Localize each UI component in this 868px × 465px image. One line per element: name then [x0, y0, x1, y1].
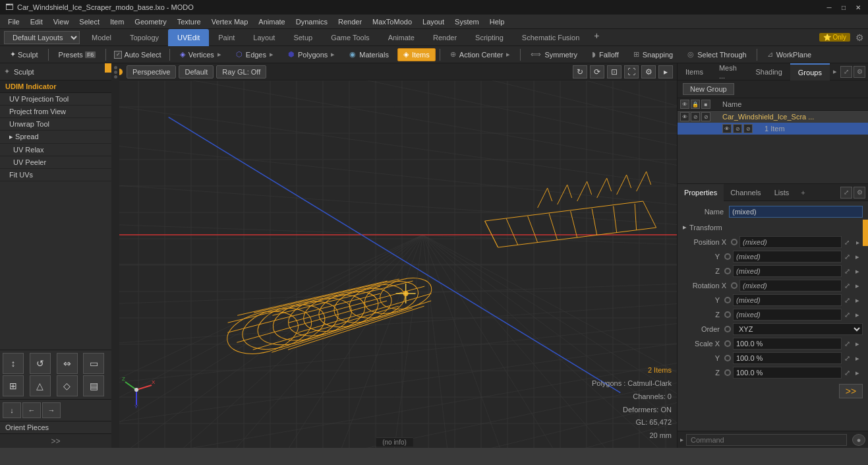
add-tab-button[interactable]: +: [589, 29, 604, 46]
tab-uvedit[interactable]: UVEdit: [168, 29, 209, 46]
maximize-vp-btn[interactable]: ⛶: [624, 65, 639, 78]
rotation-x-expand[interactable]: ▸: [852, 280, 863, 291]
tool-icon-1[interactable]: ↕: [3, 353, 24, 374]
symmetry-button[interactable]: ⟺ Symmetry: [525, 48, 583, 61]
new-group-button[interactable]: New Group: [683, 83, 734, 95]
layout-dropdown[interactable]: Default Layouts: [4, 31, 80, 44]
eye-btn-1[interactable]: 👁: [680, 112, 689, 121]
tab-shading[interactable]: Shading: [747, 63, 790, 80]
tab-topology[interactable]: Topology: [121, 29, 168, 46]
tab-animate[interactable]: Animate: [379, 29, 424, 46]
snapping-button[interactable]: ⊞ Snapping: [627, 48, 680, 61]
settings-icon[interactable]: ⚙: [855, 32, 864, 43]
lock-icon[interactable]: 🔒: [691, 100, 700, 109]
action-center-button[interactable]: ⊕ Action Center ▸: [444, 48, 517, 61]
scale-x-expand[interactable]: ▸: [852, 338, 863, 349]
props-tab-lists[interactable]: Lists: [768, 184, 796, 201]
menu-layout[interactable]: Layout: [417, 16, 449, 27]
close-button[interactable]: ✕: [854, 3, 863, 12]
menu-texture[interactable]: Texture: [172, 16, 206, 27]
scale-z-link[interactable]: ⤢: [842, 367, 852, 378]
vp-more-btn[interactable]: ▸: [658, 65, 673, 78]
menu-animate[interactable]: Animate: [253, 16, 290, 27]
eye-btn-2[interactable]: 👁: [722, 124, 732, 133]
render-icon[interactable]: ■: [701, 100, 710, 109]
edges-button[interactable]: ⬡ Edges ▸: [230, 48, 279, 61]
menu-view[interactable]: View: [48, 16, 74, 27]
rotation-x-input[interactable]: [739, 280, 842, 292]
rotation-y-dot[interactable]: [724, 297, 731, 303]
command-run-button[interactable]: ●: [852, 434, 865, 446]
tab-model[interactable]: Model: [82, 29, 121, 46]
scale-y-dot[interactable]: [724, 355, 731, 361]
zoom-fit-btn[interactable]: ⊡: [607, 65, 622, 78]
maximize-button[interactable]: □: [839, 3, 848, 12]
props-tab-properties[interactable]: Properties: [678, 184, 724, 201]
items-button[interactable]: ◈ Items: [397, 48, 436, 61]
position-x-dot[interactable]: [731, 239, 738, 245]
default-dropdown[interactable]: Default: [179, 65, 214, 78]
menu-item[interactable]: Item: [105, 16, 129, 27]
raygl-toggle[interactable]: Ray GL: Off: [216, 65, 266, 78]
vp-settings-btn[interactable]: ⚙: [641, 65, 656, 78]
scale-x-input[interactable]: [733, 338, 842, 350]
workplane-button[interactable]: ⊿ WorkPlane: [761, 48, 818, 61]
arrow-down-btn[interactable]: ↓: [3, 402, 21, 418]
tool-icon-7[interactable]: ◇: [57, 375, 78, 396]
tab-setup[interactable]: Setup: [284, 29, 322, 46]
lock-btn-2[interactable]: ⊘: [733, 124, 742, 133]
menu-render[interactable]: Render: [333, 16, 367, 27]
scale-z-expand[interactable]: ▸: [852, 367, 863, 378]
order-select[interactable]: XYZ XZY YXZ YZX ZXY ZYX: [733, 323, 863, 335]
tab-mesh[interactable]: Mesh ...: [711, 63, 748, 80]
project-from-view-item[interactable]: Project from View: [0, 106, 111, 118]
rotation-y-link[interactable]: ⤢: [842, 295, 852, 305]
menu-help[interactable]: Help: [484, 16, 510, 27]
props-tab-channels[interactable]: Channels: [724, 184, 767, 201]
tool-icon-4[interactable]: ▭: [83, 353, 104, 374]
tab-schematic[interactable]: Schematic Fusion: [513, 29, 589, 46]
props-tab-add[interactable]: +: [796, 187, 810, 198]
position-y-input[interactable]: [733, 251, 842, 263]
uv-peeler-item[interactable]: UV Peeler: [0, 156, 111, 169]
transform-section[interactable]: ▸ Transform: [680, 221, 865, 233]
tab-groups[interactable]: Groups: [790, 63, 830, 80]
eye-icon[interactable]: 👁: [680, 100, 689, 109]
udim-indicator-category[interactable]: UDIM Indicator: [0, 80, 111, 93]
tool-icon-3[interactable]: ⇔: [57, 353, 78, 374]
right-panel-expand-btn[interactable]: ⤢: [840, 66, 852, 78]
tab-scripting[interactable]: Scripting: [466, 29, 513, 46]
menu-edit[interactable]: Edit: [25, 16, 48, 27]
falloff-button[interactable]: ◗ Falloff: [586, 48, 625, 61]
scale-y-input[interactable]: [733, 352, 842, 364]
arrow-right-btn[interactable]: →: [42, 402, 61, 418]
tool-icon-5[interactable]: ⊞: [3, 375, 24, 396]
lock-btn-1[interactable]: ⊘: [691, 112, 700, 121]
scale-x-dot[interactable]: [724, 340, 731, 347]
position-z-dot[interactable]: [724, 268, 731, 274]
arrow-left-btn[interactable]: ←: [22, 402, 41, 418]
perspective-dropdown[interactable]: Perspective: [127, 65, 176, 78]
rotation-z-expand[interactable]: ▸: [852, 309, 863, 320]
render-btn-1[interactable]: ⊘: [701, 112, 710, 121]
rotation-z-dot[interactable]: [724, 311, 731, 318]
scale-z-input[interactable]: [733, 367, 842, 379]
position-x-input[interactable]: [739, 236, 842, 248]
tool-icon-6[interactable]: △: [30, 375, 51, 396]
materials-button[interactable]: ◉ Materials: [343, 48, 395, 61]
scale-y-expand[interactable]: ▸: [852, 353, 863, 363]
unwrap-tool-item[interactable]: Unwrap Tool: [0, 118, 111, 131]
polygons-button[interactable]: ⬢ Polygons ▸: [282, 48, 341, 61]
spread-item[interactable]: ▸ Spread: [0, 131, 111, 144]
tab-items[interactable]: Items: [678, 63, 711, 80]
position-y-dot[interactable]: [724, 253, 731, 260]
minimize-button[interactable]: ─: [825, 3, 834, 12]
uv-relax-item[interactable]: UV Relax: [0, 144, 111, 156]
sculpt-icon2[interactable]: ✦: [4, 67, 10, 76]
expand-button[interactable]: >>: [0, 433, 111, 448]
vertices-button[interactable]: ◈ Vertices ▸: [174, 48, 227, 61]
position-y-expand[interactable]: ▸: [852, 251, 863, 262]
name-input[interactable]: [729, 206, 863, 218]
tab-gametools[interactable]: Game Tools: [322, 29, 379, 46]
menu-maxtomodo[interactable]: MaxToModo: [367, 16, 417, 27]
